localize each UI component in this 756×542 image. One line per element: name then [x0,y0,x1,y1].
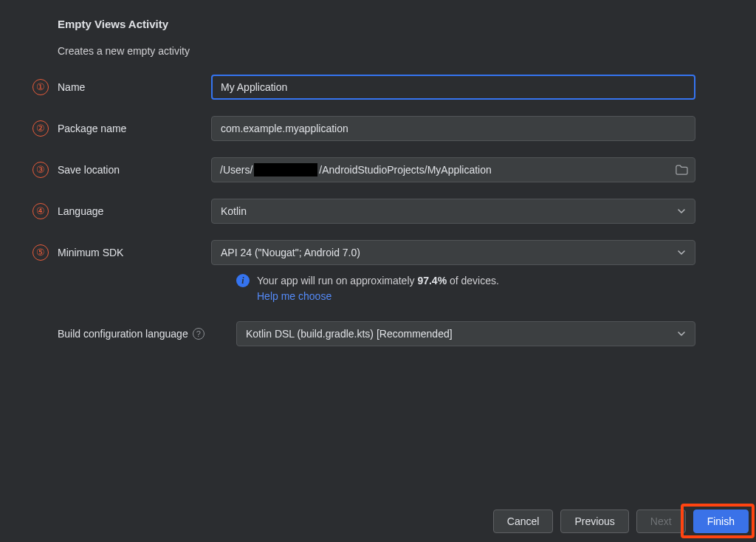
annotation-4: ④ [32,203,49,219]
help-me-choose-link[interactable]: Help me choose [257,290,331,302]
language-value: Kotlin [221,205,247,217]
label-save-location: Save location [58,164,211,176]
finish-button[interactable]: Finish [693,510,749,533]
label-min-sdk: Minimum SDK [58,247,211,258]
min-sdk-value: API 24 ("Nougat"; Android 7.0) [221,247,360,258]
row-min-sdk: ⑤ Minimum SDK API 24 ("Nougat"; Android … [0,240,756,265]
help-icon[interactable]: ? [193,328,205,340]
name-input[interactable] [211,75,695,100]
cancel-button[interactable]: Cancel [493,510,554,533]
annotation-1: ① [32,79,49,95]
footer-bar: Cancel Previous Next Finish [0,501,756,542]
sdk-info-text: Your app will run on approximately 97.4%… [257,275,499,287]
next-button: Next [636,510,686,533]
build-config-value: Kotlin DSL (build.gradle.kts) [Recommend… [246,328,453,340]
sdk-info: i Your app will run on approximately 97.… [0,274,756,287]
info-icon: i [236,274,250,287]
min-sdk-select[interactable]: API 24 ("Nougat"; Android 7.0) [211,240,695,265]
chevron-down-icon [677,329,686,338]
chevron-down-icon [677,207,686,216]
label-name: Name [58,81,211,93]
chevron-down-icon [677,248,686,257]
row-package: ② Package name [0,116,756,141]
row-language: ④ Language Kotlin [0,199,756,224]
build-config-select[interactable]: Kotlin DSL (build.gradle.kts) [Recommend… [236,321,695,346]
package-input[interactable] [211,116,695,141]
label-package: Package name [58,123,211,134]
row-save-location: ③ Save location /Users//AndroidStudioPro… [0,157,756,182]
save-location-input[interactable] [211,157,695,182]
sdk-help-row: Help me choose [0,290,756,302]
annotation-5: ⑤ [32,244,49,261]
label-language: Language [58,205,211,217]
new-project-panel: Empty Views Activity Creates a new empty… [0,0,756,542]
label-build-config: Build configuration language ? [58,328,236,340]
previous-button[interactable]: Previous [560,510,628,533]
row-name: ① Name [0,75,756,100]
annotation-3: ③ [32,162,49,178]
page-subtitle: Creates a new empty activity [58,45,756,57]
language-select[interactable]: Kotlin [211,199,695,224]
annotation-2: ② [32,120,49,137]
row-build-config: Build configuration language ? Kotlin DS… [0,321,756,346]
page-title: Empty Views Activity [58,18,756,30]
